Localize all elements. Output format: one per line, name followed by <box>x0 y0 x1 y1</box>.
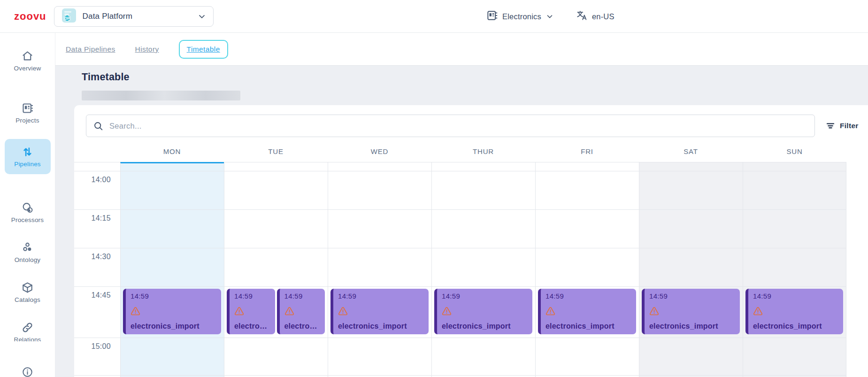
sidebar-item-projects[interactable]: Projects <box>5 99 51 127</box>
timeslot-thur-15:00 <box>431 338 535 375</box>
timeslot-sat <box>639 162 743 171</box>
event-name: electronics_import <box>649 322 736 331</box>
content-area: Timetable Filter MONTUEWEDTHURFRISATSUN1… <box>55 66 868 377</box>
timeslot-tue-14:30 <box>224 248 328 286</box>
toolbar: Filter <box>86 115 868 137</box>
timeslot-thur <box>431 162 535 171</box>
timeslot-fri <box>535 162 639 171</box>
timetable-row-14:00: 14:00 <box>74 171 846 209</box>
pipeline-event-card[interactable]: 14:59electronics_import <box>538 289 636 334</box>
warning-icon <box>234 307 271 315</box>
locale-label: en-US <box>592 12 615 21</box>
sidebar-item-overview[interactable]: Overview <box>5 47 51 75</box>
timetable-row-partial <box>74 162 846 171</box>
events-container: 14:59electronics_import <box>434 289 532 334</box>
sidebar-item-label: Catalogs <box>15 296 40 303</box>
warning-icon <box>338 307 424 315</box>
pipelines-icon <box>21 146 34 158</box>
time-label: 14:00 <box>74 171 120 209</box>
search-input[interactable] <box>109 122 808 131</box>
timeslot-fri-14:45: 14:59electronics_import <box>535 287 639 338</box>
zoovu-logo: zoovu <box>14 10 46 23</box>
sidebar-item-help[interactable]: Help <box>5 363 51 377</box>
events-container: 14:59electronics_import <box>538 289 636 334</box>
pipeline-event-card[interactable]: 14:59electronics_import <box>745 289 843 334</box>
chevron-down-icon <box>545 12 554 21</box>
header-right-group: Electronics en-US <box>486 0 615 33</box>
warning-icon <box>442 307 528 315</box>
pipeline-event-card[interactable]: 14:59electronics_import <box>642 289 740 334</box>
events-container: 14:59electronics_import <box>330 289 429 334</box>
day-header-mon: MON <box>120 147 224 155</box>
timetable-row-15:00: 15:00 <box>74 338 846 375</box>
event-time: 14:59 <box>753 292 839 300</box>
time-label: 14:45 <box>74 287 120 338</box>
translate-icon <box>576 10 588 23</box>
event-time: 14:59 <box>545 292 632 300</box>
sidebar-item-relations[interactable]: Relations <box>5 318 51 344</box>
svg-text:DP: DP <box>64 15 70 20</box>
day-header-tue: TUE <box>224 147 328 155</box>
sidebar-item-label: Projects <box>15 117 39 124</box>
timeslot-mon-14:15 <box>120 210 224 248</box>
app-selector-dropdown[interactable]: DP Data Platform <box>54 6 214 27</box>
event-name: electronics_import <box>234 322 271 331</box>
time-label <box>74 162 120 171</box>
time-label: 14:30 <box>74 248 120 286</box>
timeslot-sat-15:00 <box>639 338 743 375</box>
catalogs-icon <box>21 281 34 294</box>
sidebar-item-ontology[interactable]: Ontology <box>5 239 51 266</box>
events-container: 14:59electronics_import14:59electronics_… <box>227 289 325 334</box>
filter-button[interactable]: Filter <box>825 121 859 131</box>
timeslot-sun-14:15 <box>743 210 846 248</box>
data-platform-icon: DP <box>61 8 77 25</box>
data-platform-app: zoovu DP Data Platform <box>0 0 868 377</box>
sidebar-item-processors[interactable]: Processors <box>5 199 51 226</box>
tab-data-pipelines[interactable]: Data Pipelines <box>66 45 115 54</box>
tab-history[interactable]: History <box>135 45 159 54</box>
timeslot-thur-14:30 <box>431 248 535 286</box>
tab-timetable[interactable]: Timetable <box>187 45 220 54</box>
warning-icon <box>649 307 736 315</box>
pipeline-event-card[interactable]: 14:59electronics_import <box>123 289 221 334</box>
event-name: electronics_import <box>338 322 424 331</box>
timeslot-thur-14:00 <box>431 171 535 209</box>
timeslot-thur-14:15 <box>431 210 535 248</box>
relations-icon <box>21 321 34 334</box>
timeslot-fri-14:30 <box>535 248 639 286</box>
timeslot-sun-14:30 <box>743 248 846 286</box>
timeslot-thur-14:45: 14:59electronics_import <box>431 287 535 338</box>
event-name: electronics_import <box>284 322 321 331</box>
search-icon <box>93 121 104 131</box>
timeslot-fri-15:00 <box>535 338 639 375</box>
timeslot-mon-15:00 <box>120 338 224 375</box>
day-header-thur: THUR <box>431 147 535 155</box>
sidebar-item-catalogs[interactable]: Catalogs <box>5 278 51 306</box>
timeslot-tue-14:15 <box>224 210 328 248</box>
filter-icon <box>825 121 836 131</box>
pipeline-event-card[interactable]: 14:59electronics_import <box>227 289 275 334</box>
timeslot-wed-14:30 <box>328 248 431 286</box>
sidebar-nav: OverviewProjectsPipelinesProcessorsOntol… <box>0 33 55 377</box>
timeslot-sun-14:00 <box>743 171 846 209</box>
timeslot-mon-14:00 <box>120 171 224 209</box>
timeslot-sat-14:45: 14:59electronics_import <box>639 287 743 338</box>
ontology-icon <box>21 241 34 254</box>
timeslot-wed <box>328 162 431 171</box>
sidebar-item-pipelines[interactable]: Pipelines <box>5 139 51 174</box>
day-header-sun: SUN <box>743 147 846 155</box>
locale-selector[interactable]: en-US <box>576 10 615 23</box>
pipeline-event-card[interactable]: 14:59electronics_import <box>330 289 429 334</box>
timetable-row-14:15: 14:15 <box>74 209 846 248</box>
timetable-grid: MONTUEWEDTHURFRISATSUN14:0014:1514:3014:… <box>74 141 846 377</box>
event-name: electronics_import <box>442 322 528 331</box>
pipeline-event-card[interactable]: 14:59electronics_import <box>277 289 325 334</box>
help-icon <box>21 366 34 377</box>
timeslot-wed-15:00 <box>328 338 431 375</box>
active-tab-outline: Timetable <box>179 40 228 59</box>
timeslot-wed-14:45: 14:59electronics_import <box>328 287 431 338</box>
timeslot-fri-14:00 <box>535 171 639 209</box>
timeslot-tue-14:00 <box>224 171 328 209</box>
workspace-selector[interactable]: Electronics <box>486 9 554 23</box>
pipeline-event-card[interactable]: 14:59electronics_import <box>434 289 532 334</box>
